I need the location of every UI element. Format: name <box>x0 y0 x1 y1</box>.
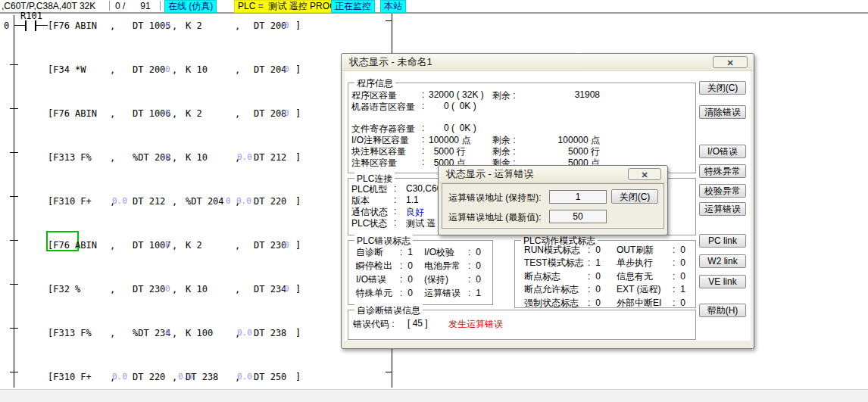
rung-op: [F76 ABIN <box>48 108 97 119</box>
status-bar: ,C60T/P,C38A,40T 32K 0 / 91 在线 (仿真) PLC … <box>0 0 868 14</box>
contact-label: R101 <box>20 11 42 21</box>
flag-value: 1 <box>680 284 685 294</box>
ladder-rung[interactable]: [F76 ABIN, DT 1005, K 2, DT 200] 0 0 <box>0 20 868 33</box>
rung-operand: K 10 <box>186 152 208 163</box>
monitor-value: 0.0 <box>237 152 252 162</box>
monitor-value: 0.0 <box>178 372 193 382</box>
rung-op: [F76 ABIN <box>48 20 97 31</box>
monitor-value: 0 <box>165 64 170 74</box>
horizontal-scrollbar[interactable] <box>0 389 868 402</box>
monitor-value: 0 <box>165 240 170 250</box>
flag-value: 0 <box>407 260 413 271</box>
rung-operand: DT 212 <box>133 196 165 207</box>
close-dialog-button[interactable]: 关闭(C) <box>699 81 746 95</box>
rung-operand: DT 200 <box>133 64 165 75</box>
error-address-latest-field: 50 <box>549 210 607 223</box>
rung-operand: %DT 204 <box>186 196 224 207</box>
group-title: 自诊断错误信息 <box>354 304 423 317</box>
rung-op: [F32 % <box>48 284 80 294</box>
rung-operand: K 10 <box>186 284 208 294</box>
flag-value: 0 <box>595 298 601 308</box>
flag-value: 1 <box>407 247 413 257</box>
rung-operand: DT 204 <box>254 64 286 75</box>
flag-value: 0 <box>680 298 685 308</box>
ladder-rung[interactable]: [F310 F+, DT 220, DT 238, DT 250] 0.0 0.… <box>0 372 868 384</box>
monitor-value: 0 <box>165 328 170 338</box>
rung-op: [F310 F+ <box>48 372 92 382</box>
rung-operand: DT 220 <box>133 372 165 382</box>
hold-error-label: 运算错误地址 (保持型): <box>448 192 542 203</box>
rung-operand: DT 238 <box>254 328 286 338</box>
ve-link-button[interactable]: VE link <box>699 275 746 288</box>
flag-value: 0 <box>680 271 685 282</box>
group-plc-mode-flags: PLC动作模式标志 RUN模式标志:0 TEST模式标志:1 断点标志:0 断点… <box>514 240 696 308</box>
clear-error-button[interactable]: 清除错误 <box>699 105 746 119</box>
special-error-button[interactable]: 特殊异常 <box>699 164 746 178</box>
flag-value: 0 <box>476 260 481 271</box>
status-badge-monitoring: 正在监控 <box>331 0 375 13</box>
latest-error-label: 运算错误地址 (最新值): <box>448 212 542 223</box>
step-counter: 0 / 91 <box>115 1 151 11</box>
error-dialog-panel: 运算错误地址 (保持型): 1 关闭(C) 运算错误地址 (最新值): 50 <box>442 183 664 229</box>
flag-value: 1 <box>476 288 481 298</box>
plc-monitor-screen: ,C60T/P,C38A,40T 32K 0 / 91 在线 (仿真) PLC … <box>0 0 868 402</box>
rung-operand: DT 208 <box>254 108 286 119</box>
flag-value: 0 <box>595 245 601 255</box>
rung-operand: DT 212 <box>254 152 286 163</box>
rung-op: [F310 F+ <box>48 196 92 207</box>
group-self-diagnosis: 自诊断错误信息 错误代码 : [ 45 ] 发生运算错误 <box>348 310 696 340</box>
monitor-value: 0.0 <box>237 372 252 382</box>
status-badge-online: 在线 (仿真) <box>164 0 217 13</box>
rung-op: [F313 F% <box>48 328 92 338</box>
flag-value: 0 <box>680 257 685 268</box>
rung-operand: DT 230 <box>254 240 286 251</box>
flag-value: 0 <box>595 271 601 282</box>
rung-operand: DT 250 <box>254 372 286 382</box>
io-error-button[interactable]: I/O错误 <box>699 145 746 158</box>
w2-link-button[interactable]: W2 link <box>699 254 746 268</box>
monitor-value: 0 <box>284 284 289 294</box>
pc-link-button[interactable]: PC link <box>699 234 746 248</box>
rung-op: [F76 ABIN <box>48 240 97 251</box>
statusbar-divider <box>160 1 161 11</box>
monitor-value: 0 <box>226 196 231 206</box>
check-error-button[interactable]: 校验异常 <box>699 184 746 198</box>
flag-value: 0 <box>476 247 481 257</box>
monitor-value: 0.0 <box>112 372 127 382</box>
rung-operand: K 2 <box>186 240 202 251</box>
rung-operand: DT 200 <box>254 20 286 31</box>
close-button[interactable]: ✕ <box>628 168 661 180</box>
monitor-value: 0 <box>284 240 289 250</box>
rung-operand: K 2 <box>186 108 202 119</box>
rung-operand: K 100 <box>186 328 213 338</box>
operation-error-button[interactable]: 运算错误 <box>699 202 746 216</box>
rung-operand: DT 220 <box>254 196 286 207</box>
group-plc-error-flags: PLC错误标志 自诊断:1 瞬停检出:0 I/O错误:0 特殊单元:0 I/O校… <box>348 240 493 305</box>
rung-operand: K 2 <box>186 20 202 31</box>
rung-operand: K 10 <box>186 64 208 75</box>
dialog-title: 状态显示 - 未命名1 <box>349 56 432 67</box>
plc-version-value: 1.1 <box>406 195 419 205</box>
monitor-value: 0 <box>165 152 170 162</box>
monitor-value: 0.0 <box>237 328 252 338</box>
close-button[interactable]: ✕ <box>713 56 748 68</box>
rung-operand: DT 234 <box>254 284 286 294</box>
operation-error-dialog: 状态显示 - 运算错误 ✕ 运算错误地址 (保持型): 1 关闭(C) 运算错误… <box>438 165 668 235</box>
plc-model-value: C30,C60 <box>406 183 442 194</box>
flag-value: 0 <box>595 284 601 294</box>
plc-model-text: ,C60T/P,C38A,40T 32K <box>2 1 95 11</box>
statusbar-divider <box>109 1 110 11</box>
help-button[interactable]: 帮助(H) <box>699 304 746 317</box>
error-code-value: [ 45 ] <box>407 318 428 329</box>
rung-op: [F313 F% <box>48 152 92 163</box>
error-address-hold-field: 1 <box>549 190 607 204</box>
close-error-dialog-button[interactable]: 关闭(C) <box>611 189 658 204</box>
monitor-value: 0 <box>284 20 289 30</box>
flag-value: 0 <box>407 288 413 298</box>
plc-status-value: 测试 遥 <box>406 217 436 230</box>
monitor-value: 0 <box>165 284 170 294</box>
monitor-value: 0.0 <box>112 196 127 206</box>
dialog-titlebar[interactable]: 状态显示 - 未命名1 <box>342 54 754 71</box>
close-icon: ✕ <box>641 170 648 179</box>
error-code-label: 错误代码 : <box>353 318 395 331</box>
